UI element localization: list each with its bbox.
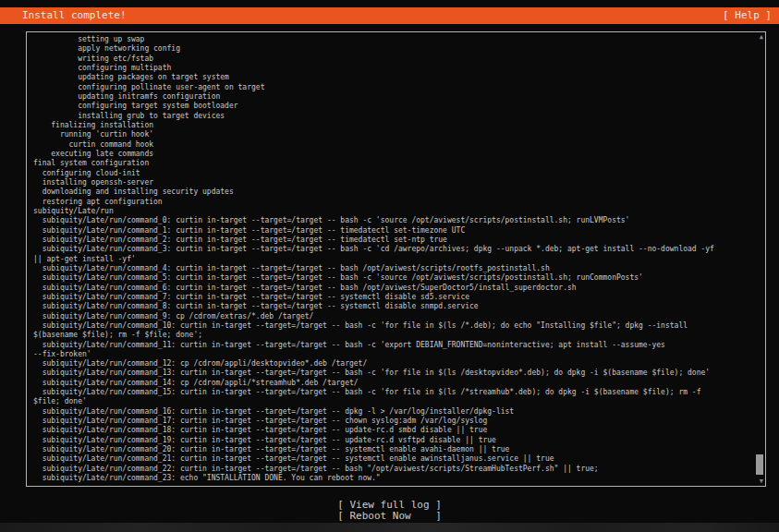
log-line: subiquity/Late/run/command_7: curtin in-… <box>33 293 754 302</box>
log-line: || apt-get install -yf' <box>33 255 754 264</box>
log-line: subiquity/Late/run/command_16: curtin in… <box>33 407 754 417</box>
log-line: restoring apt configuration <box>33 198 754 207</box>
log-line: subiquity/Late/run/command_4: curtin in-… <box>33 264 754 273</box>
log-line: subiquity/Late/run/command_13: curtin in… <box>33 369 754 378</box>
log-line: subiquity/Late/run/command_5: curtin in-… <box>33 273 754 283</box>
header-bar: Install complete! [ Help ] <box>0 7 779 24</box>
log-line: subiquity/Late/run/command_21: curtin in… <box>33 454 754 464</box>
log-line: subiquity/Late/run/command_10: curtin in… <box>33 321 754 331</box>
log-line: installing openssh-server <box>33 178 754 187</box>
log-line: subiquity/Late/run/command_8: curtin in-… <box>33 302 754 311</box>
bottom-artifact-strip <box>0 523 779 532</box>
log-line: writing etc/fstab <box>33 54 754 64</box>
log-line: subiquity/Late/run/command_18: curtin in… <box>33 426 754 435</box>
log-line: configuring pollinate user-agent on targ… <box>33 83 754 92</box>
log-line: $(basename $file); rm -f $file; done'; <box>33 331 754 340</box>
log-line: --fix-broken' <box>33 350 754 359</box>
scroll-up-icon[interactable]: ▲ <box>760 33 763 41</box>
log-line: subiquity/Late/run/command_2: curtin in-… <box>33 236 754 245</box>
log-line: subiquity/Late/run/command_1: curtin in-… <box>33 226 754 236</box>
log-lines: setting up swap apply networking config … <box>33 35 754 483</box>
reboot-now-button[interactable]: [ Reboot Now ] <box>337 511 442 522</box>
scrollbar-thumb[interactable] <box>756 454 763 475</box>
log-panel: setting up swap apply networking config … <box>26 31 766 487</box>
log-line: subiquity/Late/run/command_11: curtin in… <box>33 341 754 350</box>
log-line: subiquity/Late/run/command_20: curtin in… <box>33 445 754 454</box>
log-line: subiquity/Late/run/command_17: curtin in… <box>33 417 754 426</box>
scroll-down-icon[interactable]: ▼ <box>760 478 763 485</box>
log-line: running 'curtin hook' <box>33 130 754 139</box>
log-line: subiquity/Late/run/command_23: echo "INS… <box>33 474 754 483</box>
footer-actions: [ View full log ] [ Reboot Now ] <box>0 500 779 521</box>
log-line: subiquity/Late/run <box>33 207 754 216</box>
log-line: setting up swap <box>33 35 754 44</box>
log-line: installing grub to target devices <box>33 112 754 121</box>
log-line: subiquity/Late/run/command_9: cp /cdrom/… <box>33 312 754 321</box>
log-line: configuring target system bootloader <box>33 102 754 111</box>
log-line: $file; done' <box>33 397 754 406</box>
log-line: updating packages on target system <box>33 73 754 82</box>
help-button[interactable]: [ Help ] <box>723 7 772 24</box>
page-title: Install complete! <box>22 7 127 24</box>
log-line: configuring multipath <box>33 64 754 73</box>
view-full-log-button[interactable]: [ View full log ] <box>337 500 442 511</box>
log-line: finalizing installation <box>33 121 754 130</box>
log-line: configuring cloud-init <box>33 169 754 178</box>
log-line: curtin command hook <box>33 140 754 150</box>
log-line: final system configuration <box>33 159 754 168</box>
log-line: subiquity/Late/run/command_12: cp /cdrom… <box>33 359 754 369</box>
log-line: subiquity/Late/run/command_14: cp /cdrom… <box>33 379 754 388</box>
log-line: updating initramfs configuration <box>33 92 754 102</box>
log-line: executing late commands <box>33 150 754 159</box>
log-line: subiquity/Late/run/command_22: curtin in… <box>33 465 754 474</box>
log-line: subiquity/Late/run/command_15: curtin in… <box>33 388 754 397</box>
log-line: subiquity/Late/run/command_0: curtin in-… <box>33 216 754 225</box>
log-line: subiquity/Late/run/command_6: curtin in-… <box>33 284 754 293</box>
log-line: subiquity/Late/run/command_19: curtin in… <box>33 436 754 445</box>
log-line: subiquity/Late/run/command_3: curtin in-… <box>33 245 754 254</box>
log-line: downloading and installing security upda… <box>33 187 754 197</box>
log-line: apply networking config <box>33 44 754 54</box>
